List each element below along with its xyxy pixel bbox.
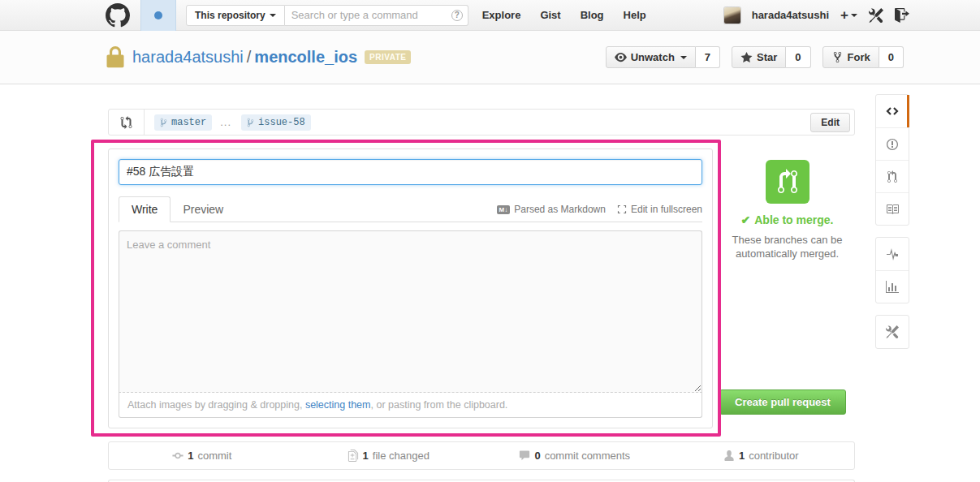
rail-tab-pulse[interactable]: [876, 238, 909, 270]
base-branch-selector[interactable]: master: [154, 114, 212, 131]
rail-tab-settings[interactable]: [876, 316, 909, 348]
merge-status-sidebar: ✔ Able to merge. These branches can be a…: [719, 148, 855, 428]
rail-group-insights: [875, 237, 909, 303]
create-new-menu[interactable]: +: [840, 7, 857, 24]
top-navigation: This repository ? Explore Gist Blog Help…: [0, 0, 980, 31]
rail-group-main: [875, 94, 909, 226]
caret-down-icon: [680, 56, 687, 59]
rail-tab-issues[interactable]: [876, 127, 909, 160]
caret-down-icon: [851, 14, 857, 17]
main-content: master ... issue-58 Edit Write Preview M…: [108, 84, 912, 482]
fork-button-group: Fork 0: [822, 46, 904, 68]
notifications-indicator[interactable]: [140, 0, 176, 31]
pr-title-input[interactable]: [119, 159, 702, 185]
commit-icon: [172, 450, 183, 462]
global-nav-links: Explore Gist Blog Help: [482, 9, 646, 21]
fullscreen-hint[interactable]: Edit in fullscreen: [617, 204, 702, 215]
unwatch-button[interactable]: Unwatch: [606, 46, 696, 68]
watch-button-group: Unwatch 7: [606, 46, 720, 68]
search-input[interactable]: [285, 5, 468, 26]
user-avatar[interactable]: [724, 7, 740, 24]
nav-link-help[interactable]: Help: [624, 9, 646, 21]
comment-icon: [519, 450, 530, 462]
star-button[interactable]: Star: [732, 46, 786, 68]
attach-images-bar: Attach images by dragging & dropping, se…: [119, 393, 702, 418]
stat-files-changed[interactable]: 1 file changed: [296, 450, 482, 462]
graph-icon: [886, 281, 899, 294]
forks-count[interactable]: 0: [879, 46, 904, 68]
diff-stats-bar: 1 commit 1 file changed 0 commit comment…: [108, 441, 855, 470]
check-icon: ✔: [741, 213, 751, 226]
eye-icon: [615, 51, 627, 63]
git-pull-request-icon: [886, 170, 899, 183]
repo-forked-icon: [831, 51, 844, 63]
rail-group-settings: [875, 315, 909, 349]
fork-button[interactable]: Fork: [822, 46, 879, 68]
merge-status-title: ✔ Able to merge.: [741, 213, 834, 226]
pull-request-form: Write Preview M↓ Parsed as Markdown Edit…: [108, 148, 713, 428]
compare-branch-selector[interactable]: issue-58: [241, 114, 311, 131]
issue-opened-icon: [886, 138, 899, 151]
sign-out-icon[interactable]: [895, 8, 909, 23]
rail-tab-graphs[interactable]: [876, 270, 909, 303]
repo-separator: /: [247, 48, 252, 66]
private-lock-icon: [106, 46, 124, 69]
markdown-icon: M↓: [497, 205, 511, 214]
username-link[interactable]: harada4atsushi: [752, 9, 829, 21]
code-icon: [886, 105, 899, 118]
branch-range-ellipsis: ...: [220, 116, 231, 128]
git-merge-badge-icon: [766, 160, 809, 204]
repository-header: harada4atsushi/mencolle_iosPRIVATE Unwat…: [0, 31, 980, 84]
comment-tabs: Write Preview M↓ Parsed as Markdown Edit…: [119, 196, 702, 222]
search-scope-button[interactable]: This repository: [186, 5, 285, 26]
person-icon: [723, 450, 735, 462]
rail-tab-code[interactable]: [876, 95, 909, 127]
select-files-link[interactable]: selecting them: [305, 399, 371, 411]
repository-title: harada4atsushi/mencolle_iosPRIVATE: [132, 48, 411, 67]
stat-commit-comments[interactable]: 0 commit comments: [481, 450, 668, 462]
rail-tab-wiki[interactable]: [876, 192, 909, 225]
unread-notification-dot-icon: [154, 11, 162, 19]
tools-icon: [886, 325, 899, 338]
stat-contributors[interactable]: 1 contributor: [668, 450, 855, 462]
caret-down-icon: [270, 14, 276, 17]
branch-compare-bar: master ... issue-58 Edit: [108, 109, 855, 136]
git-branch-icon: [247, 118, 254, 127]
stat-commits[interactable]: 1 commit: [109, 450, 296, 462]
account-settings-tools-icon[interactable]: [869, 8, 883, 23]
star-button-group: Star 0: [732, 46, 811, 68]
search-help-icon[interactable]: ?: [451, 10, 463, 21]
private-badge: PRIVATE: [365, 50, 411, 64]
repo-name-link[interactable]: mencolle_ios: [254, 48, 357, 66]
rail-tab-pull-requests[interactable]: [876, 160, 909, 192]
fullscreen-icon: [617, 204, 627, 214]
repo-sidebar-rail: [875, 94, 909, 360]
nav-link-explore[interactable]: Explore: [482, 9, 521, 21]
command-bar: This repository ?: [186, 5, 468, 26]
merge-status-description: These branches can be automatically merg…: [723, 234, 853, 261]
watchers-count[interactable]: 7: [696, 46, 720, 68]
nav-link-gist[interactable]: Gist: [540, 9, 560, 21]
tab-write[interactable]: Write: [119, 196, 171, 222]
pulse-icon: [886, 247, 899, 260]
tab-preview[interactable]: Preview: [171, 197, 235, 222]
book-icon: [886, 203, 899, 216]
star-icon: [740, 51, 753, 63]
github-logo-icon[interactable]: [106, 3, 130, 28]
stars-count[interactable]: 0: [786, 46, 810, 68]
git-branch-icon: [160, 118, 167, 127]
comment-textarea[interactable]: [119, 230, 702, 393]
edit-button[interactable]: Edit: [810, 113, 850, 132]
nav-link-blog[interactable]: Blog: [581, 9, 604, 21]
markdown-hint[interactable]: M↓ Parsed as Markdown: [497, 204, 606, 215]
repo-owner-link[interactable]: harada4atsushi: [132, 48, 244, 66]
git-compare-icon: [109, 110, 145, 135]
create-pull-request-button[interactable]: Create pull request: [719, 389, 846, 415]
file-diff-icon: [348, 450, 359, 462]
